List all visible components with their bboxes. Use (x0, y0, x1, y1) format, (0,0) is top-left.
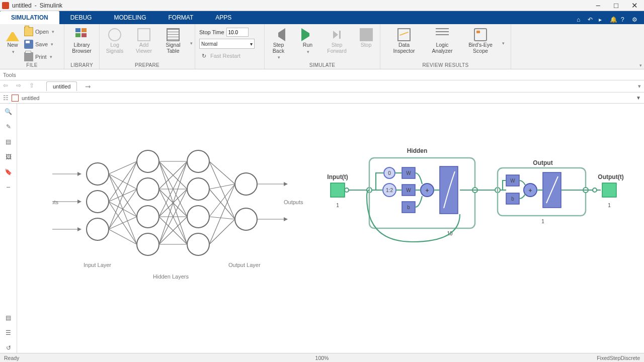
print-icon (24, 52, 33, 61)
line-icon[interactable]: ⎼ (4, 182, 14, 192)
window-title-app: Simulink (40, 2, 62, 9)
chevron-down-icon[interactable]: ▾ (502, 41, 505, 46)
step-forward-button[interactable]: Step Forward (324, 26, 350, 60)
refresh-icon[interactable]: ↺ (4, 343, 14, 353)
signal-table-button[interactable]: Signal Table (160, 26, 186, 60)
svg-point-15 (187, 206, 209, 228)
maximize-button[interactable]: □ (610, 1, 622, 10)
help-icon[interactable]: ? (621, 16, 629, 24)
chevron-down-icon[interactable]: ▾ (190, 41, 193, 46)
tab-modeling[interactable]: MODELING (103, 11, 157, 24)
new-button[interactable]: New ▾ (4, 26, 21, 60)
svg-text:+: + (528, 187, 532, 194)
svg-point-11 (137, 206, 159, 228)
svg-point-13 (187, 150, 209, 172)
svg-point-59 (345, 188, 349, 192)
step-back-icon (272, 28, 285, 41)
nn-inputlayer-label: Input Layer (84, 262, 111, 268)
area-icon[interactable]: ▤ (4, 137, 14, 147)
stoptime-input[interactable] (226, 28, 249, 37)
model-tab[interactable]: untitled (46, 81, 77, 91)
output-block[interactable] (602, 183, 616, 197)
svg-text:b: b (511, 196, 514, 202)
fast-restart-button[interactable]: ↻ Fast Restart (199, 50, 240, 61)
model-path[interactable]: untitled (22, 95, 39, 101)
undo-icon[interactable]: ↶ (588, 16, 596, 24)
library-browser-button[interactable]: Library Browser (69, 26, 95, 60)
output-subsys-title: Output (533, 159, 552, 166)
model-canvas[interactable]: Inputs Outputs Input Layer Hidden Layers… (17, 104, 644, 353)
group-file-label: FILE (26, 62, 37, 68)
group-simulate-label: SIMULATE (309, 62, 336, 68)
add-viewer-icon (137, 28, 150, 41)
nav-back-button[interactable]: ⇦ (3, 82, 12, 91)
svg-line-53 (209, 217, 235, 219)
nn-inputs-label: Inputs (52, 199, 58, 205)
folder-open-icon (24, 27, 33, 36)
model-icon (12, 95, 19, 102)
address-dropdown-icon[interactable]: ▼ (636, 95, 641, 101)
home-icon[interactable]: ⌂ (577, 16, 585, 24)
chevron-down-icon[interactable]: ▾ (51, 42, 53, 47)
annotation-icon[interactable]: ✎ (4, 122, 14, 132)
run-button[interactable]: Run▾ (295, 26, 321, 60)
chevron-down-icon: ▾ (250, 41, 253, 47)
log-signals-icon (108, 28, 121, 41)
zoom-fit-icon[interactable]: 🔍 (4, 107, 14, 117)
tab-format[interactable]: FORMAT (157, 11, 204, 24)
svg-line-51 (209, 161, 235, 219)
logic-analyzer-icon (436, 28, 449, 41)
chevron-down-icon[interactable]: ▾ (52, 29, 54, 34)
print-button[interactable]: Print▾ (24, 51, 54, 62)
notif-icon[interactable]: 🔔 (610, 16, 618, 24)
minimize-button[interactable]: ‒ (592, 1, 605, 10)
status-zoom[interactable]: 100% (315, 355, 329, 361)
data-inspector-button[interactable]: Data Inspector (386, 26, 422, 60)
stop-icon (360, 28, 373, 41)
nav-forward-button[interactable]: ⇨ (16, 82, 25, 91)
tab-simulation[interactable]: SIMULATION (0, 11, 59, 24)
svg-text:0: 0 (388, 170, 391, 176)
add-viewer-button[interactable]: Add Viewer (131, 26, 157, 60)
birds-eye-scope-button[interactable]: Bird's-Eye Scope (463, 26, 498, 60)
redo-icon[interactable]: ▸ (599, 16, 607, 24)
viewmark-icon[interactable]: 🔖 (4, 167, 14, 177)
image-icon[interactable]: 🖼 (4, 152, 14, 162)
list-icon[interactable]: ☰ (4, 328, 14, 338)
svg-point-18 (235, 208, 257, 230)
open-button[interactable]: Open▾ (24, 26, 54, 37)
step-back-button[interactable]: Step Back▾ (266, 26, 292, 60)
logic-analyzer-button[interactable]: Logic Analyzer (425, 26, 460, 60)
svg-line-49 (209, 184, 235, 217)
nav-up-button[interactable]: ⇧ (29, 82, 38, 91)
save-button[interactable]: Save▾ (24, 39, 54, 50)
tab-apps[interactable]: APPS (204, 11, 243, 24)
ribbon-collapse-icon[interactable]: ▾ (639, 63, 642, 68)
svg-text:W: W (406, 170, 411, 176)
data-inspector-icon (397, 28, 411, 41)
tabbar-menu-icon[interactable]: ▾ (638, 83, 641, 89)
stop-button[interactable]: Stop (353, 26, 379, 60)
input-index: 1 (336, 203, 339, 208)
close-button[interactable]: ✕ (627, 1, 642, 10)
birds-eye-icon (474, 28, 487, 41)
input-block[interactable] (331, 183, 345, 197)
chevron-down-icon[interactable]: ▾ (278, 55, 280, 60)
group-library-label: LIBRARY (70, 62, 93, 68)
gear-icon[interactable]: ⚙ (632, 16, 640, 24)
left-palette: 🔍 ✎ ▤ 🖼 🔖 ⎼ ▤ ☰ ↺ (0, 104, 17, 353)
svg-marker-5 (77, 227, 82, 231)
chevron-down-icon[interactable]: ▾ (307, 49, 309, 54)
step-forward-icon (331, 28, 344, 41)
chevron-down-icon[interactable]: ▾ (12, 49, 15, 54)
status-solver[interactable]: FixedStepDiscrete (597, 355, 640, 361)
new-icon (6, 28, 19, 41)
model-hierarchy-icon[interactable]: ☷ (3, 95, 9, 102)
sim-mode-select[interactable]: Normal▾ (199, 39, 255, 49)
nn-schematic-diagram: Inputs Outputs Input Layer Hidden Layers… (52, 144, 314, 296)
chevron-down-icon[interactable]: ▾ (50, 54, 52, 59)
property-icon[interactable]: ▤ (4, 313, 14, 323)
tab-debug[interactable]: DEBUG (59, 11, 103, 24)
log-signals-button[interactable]: Log Signals (102, 26, 128, 60)
app-icon (2, 2, 9, 9)
